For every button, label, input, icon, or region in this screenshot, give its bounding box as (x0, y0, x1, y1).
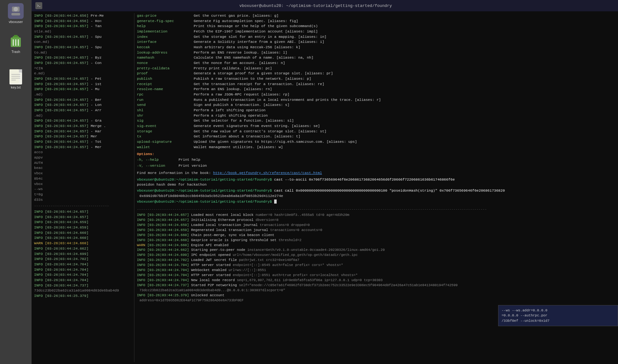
sidebar-trash[interactable]: Trash (8, 33, 24, 54)
log-row: INFO [03-26|03:44:24.657] Initialising E… (137, 218, 615, 223)
log-line: .md) (34, 92, 133, 97)
popup-line1: --ws --ws.addr=0.0.0.0 (502, 308, 615, 313)
log-line: beac (34, 165, 133, 171)
popup-box: --ws --ws.addr=0.0.0.0 =0.0.0.0 --authrp… (498, 305, 615, 326)
terminal-icon (35, 2, 42, 9)
log-row: INFO [03-26|03:44:24.704] HTTP server st… (137, 273, 615, 278)
option-help: -h, --help Print help (137, 157, 615, 163)
log-line: INFO [03-26|03:44:24.657] - Tan (34, 24, 133, 29)
log-line: INFO [03-26|03:44:24.660] (34, 235, 133, 241)
options-header: Options: (137, 152, 615, 157)
log-line: INFO [03-26|03:44:24.657] - Mer (34, 145, 133, 150)
cast-cmd-row: pretty-calldata Pretty print calldata. [… (137, 66, 615, 71)
log-line: WARN [03-26|03:44:24.660] (34, 241, 133, 246)
cast-cmd-row: tx Get information about a transaction. … (137, 134, 615, 139)
log-line: INFO [03-26|03:44:24.657] (34, 215, 133, 220)
log-line: INFO [03-26|03:44:24.704] (34, 262, 133, 267)
log-line: AUTH (34, 160, 133, 166)
log-line: e.md) (34, 71, 133, 76)
log-line: INFO [03-26|03:44:24.657] - Har (34, 129, 133, 134)
cast-cmd-row: help Print this message or the help of t… (137, 24, 615, 29)
log-line: INFO [03-26|03:44:24.657] - Lon (34, 102, 133, 108)
cast-cmd-row: storage Get the raw value of a contract'… (137, 129, 615, 134)
log-row: INFO [03-26|03:44:24.659] Loaded local t… (137, 223, 615, 228)
command-line-1: vboxuser@ubuntu20:~/optimism-tutorial/ge… (137, 177, 615, 182)
terminal-right-panel: gas-price Get the current gas price. [al… (134, 13, 615, 362)
separator-line: ------------------------------------ (34, 204, 133, 209)
log-line: INFO [03-26|03:44:24.704] (34, 267, 133, 273)
cast-cmd-row: generate-fig-spec Generate Fig autocompl… (137, 19, 615, 24)
log-line: INFO [03-26|03:44:24.657] - Spu (34, 34, 133, 40)
log-row: INFO [03-26|03:44:24.699] IPC endpoint o… (137, 253, 615, 258)
cast-cmd-row: sig Get the selector for a function. [al… (137, 118, 615, 124)
command-output-2: 0x6992d07bb3f19d8040b2ccbb645b3a5cb521be… (137, 194, 615, 199)
log-line: INFO [03-26|03:44:24.662] (34, 246, 133, 251)
log-line: --ws (34, 187, 133, 192)
file-icon (9, 69, 22, 84)
titlebar-title: vboxuser@ubuntu20: ~/optimism-tutorial/g… (239, 3, 392, 8)
log-line: ^CIN (34, 66, 133, 71)
svg-point-1 (14, 7, 18, 11)
cast-cmd-row: lookup-address Perform an ENS reverse lo… (137, 50, 615, 55)
log-line: INFO [03-26|03:44:24.657] - Ber (34, 97, 133, 103)
log-line: INFO [03-26|03:44:24.657] - Spu (34, 45, 133, 50)
log-line: INFO [03-26|03:44:24.657] - Byz (34, 55, 133, 61)
log-line: INFO [03-26|03:44:24.704] (34, 278, 133, 283)
cast-cmd-row: rpc Perform a raw JSON-RPC request [alia… (137, 92, 615, 97)
log-line: acco (34, 150, 133, 155)
log-line: INFO [03-26|03:44:24.657] - Tot (34, 139, 133, 145)
cast-cmd-row: run Runs a published transaction in a lo… (137, 97, 615, 103)
cast-cmd-row: send Sign and publish a transaction. [al… (137, 102, 615, 108)
user-label: vboxuser (9, 20, 23, 24)
log-line: INFO [03-26|03:44:24.657] - Mu (34, 87, 133, 92)
log-line: INFO [03-26|03:44:24.657] Mer (34, 134, 133, 139)
log-line: INFO [03-26|03:44:24.704] (34, 272, 133, 278)
log-row: WARN [03-26|03:44:24.660] Engine API ena… (137, 243, 615, 248)
command-output-1: poseidon hash demo for hackathon (137, 182, 615, 188)
log-row-cont: address=0x1d7D935D62E04aF1C79F759286AD6e… (137, 298, 615, 303)
log-line: INFO [03-26|03:44:24.657] - Pet (34, 76, 133, 82)
log-row: INFO [03-26|03:44:24.660] Gasprice oracl… (137, 238, 615, 243)
log-line: appv (34, 155, 133, 160)
cast-cmd-row: sig-event Generate event signatures from… (137, 124, 615, 129)
book-reference: Find more information in the book: http:… (137, 170, 615, 176)
log-line: INFO [03-26|03:44:24.659] (34, 220, 133, 225)
log-line: to.md) (34, 50, 133, 55)
log-line: INFO [03-26|03:44:24.657] - Gra (34, 118, 133, 124)
trash-label: Trash (11, 50, 20, 54)
log-line: 8b4c (34, 176, 133, 182)
log-row: INFO [03-26|03:44:24.657] Loaded most re… (137, 213, 615, 218)
user-avatar-icon (8, 3, 24, 19)
cast-cmd-row: upload-signature Upload the given signat… (137, 139, 615, 145)
cast-cmd-row: receipt Get the transaction receipt for … (137, 82, 615, 87)
log-row: INFO [03-26|03:44:24.660] Chain post-mer… (137, 233, 615, 238)
log-line: INFO [03-26|03:44:24.660] (34, 230, 133, 236)
log-line: .md) (34, 113, 133, 118)
cast-cmd-row: publish Publish a raw transaction to the… (137, 76, 615, 82)
cast-commands: gas-price Get the current gas price. [al… (137, 13, 615, 150)
cast-cmd-row: keccak Hash arbitrary data using Keccak-… (137, 45, 615, 50)
log-line: vbox (34, 182, 133, 187)
log-row: INFO [03-26|03:44:24.702] Loaded JWT sec… (137, 258, 615, 263)
log-row: INFO [03-26|03:44:24.704] HTTP server st… (137, 263, 615, 268)
cursor (274, 199, 277, 204)
bottom-logs: INFO [03-26|03:44:24.657] Loaded most re… (137, 213, 615, 303)
command-line-2: vboxuser@ubuntu20:~/optimism-tutorial/ge… (137, 188, 615, 194)
trash-icon (8, 33, 24, 49)
log-line: INFO [03-26|03:44:24.702] (34, 257, 133, 262)
log-line: INFO [03-26|03:44:24.737] (34, 283, 133, 288)
cast-cmd-row: gas-price Get the current gas price. [al… (137, 13, 615, 19)
terminal-output[interactable]: INFO [03-26|03:44:24.656] Pre-Me INFO [0… (32, 11, 618, 364)
terminal-left-panel: INFO [03-26|03:44:24.656] Pre-Me INFO [0… (34, 13, 134, 362)
log-line: INFO [03-26|03:44:24.657] - 1st (34, 82, 133, 87)
cast-cmd-row: nonce Get the nonce for an account. [ali… (137, 61, 615, 66)
cast-cmd-row: index Get the storage slot for an entry … (137, 34, 615, 40)
sidebar-user[interactable]: vboxuser (8, 3, 24, 24)
log-line: INFO [03-26|03:44:24.656] - Hom (34, 19, 133, 24)
log-line: INFO [03-26|03:44:24.657] (34, 209, 133, 215)
log-line: INFO [03-26|03:44:24.657] - Arr (34, 108, 133, 113)
book-url[interactable]: http://book.getfoundry.sh/reference/cast… (213, 171, 322, 175)
sidebar-file[interactable]: key.txt (9, 69, 22, 89)
titlebar-left (35, 2, 42, 9)
log-line: INFO [03-26|03:44:25.379] (34, 293, 133, 299)
